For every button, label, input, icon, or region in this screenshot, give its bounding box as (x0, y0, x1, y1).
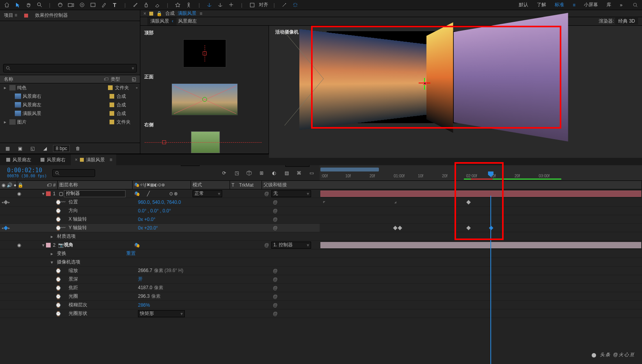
hand-tool-icon[interactable] (24, 1, 33, 9)
property-row[interactable]: ⌚光圈296.3像素@ (0, 292, 320, 301)
magic-tool-icon[interactable] (280, 1, 289, 9)
layer-row[interactable]: ◉ ▾ 2 📷 视角 🎭 @1. 控制器▾ (0, 241, 320, 249)
tl-icon-shy[interactable]: ◳ (232, 169, 241, 177)
property-row[interactable]: ◂▸⌚〰位置960.0, 540.0, 7640.0@ (0, 198, 320, 207)
tl-icon-graph[interactable]: ▤ (282, 169, 291, 177)
property-group-row[interactable]: ▸变换重置 (0, 249, 320, 258)
tab-effect-controls[interactable]: 效果控件控制器 (35, 12, 68, 19)
tl-icon-book[interactable]: ▭ (307, 169, 316, 177)
close-tab-icon[interactable]: × (143, 11, 146, 16)
view-top-thumb[interactable] (183, 39, 226, 67)
tl-icon-brain[interactable]: ⌘ (295, 169, 303, 177)
timeline-tab[interactable]: ×满眼风景≡ (71, 154, 116, 165)
roto-tool-icon[interactable] (173, 1, 182, 9)
pen-tool-icon[interactable] (99, 1, 108, 9)
aperture-shape-dropdown[interactable]: 快矩形▾ (138, 310, 185, 317)
col-name[interactable]: 名称 (4, 76, 104, 83)
adjust-icon[interactable]: ◢ (41, 144, 49, 153)
property-row[interactable]: ⌚光圈形状快矩形▾@ (0, 309, 320, 318)
project-bpc[interactable]: 8 bpc (53, 145, 70, 152)
new-folder-icon[interactable]: ▣ (16, 144, 24, 153)
new-comp-icon[interactable]: ◱ (28, 144, 37, 153)
project-search[interactable]: ▾ (3, 64, 137, 72)
axis-view-icon[interactable] (227, 1, 236, 9)
keyframe-icon[interactable] (393, 200, 397, 204)
search-help-icon[interactable] (631, 1, 640, 9)
keyframe-icon[interactable] (398, 226, 402, 230)
parent-dropdown[interactable]: 1. 控制器▾ (271, 242, 311, 249)
visibility-toggle[interactable]: ◉ (16, 191, 23, 196)
project-item[interactable]: 满眼风景合成 (0, 109, 140, 118)
lock-icon[interactable]: 🔒 (156, 11, 162, 16)
axis-local-icon[interactable] (205, 1, 214, 9)
tl-icon-motionblur[interactable]: ◐ (270, 169, 278, 177)
property-row[interactable]: ⌚缩放2666.7像素 (39.6° H)@ (0, 267, 320, 275)
active-camera-view[interactable]: 活动摄像机 (269, 26, 642, 158)
view-right-thumb[interactable] (191, 131, 220, 153)
blend-mode-dropdown[interactable]: 正常▾ (193, 190, 222, 197)
puppet-tool-icon[interactable] (184, 1, 193, 9)
property-row[interactable]: ⌚焦距4187.0像素@ (0, 284, 320, 292)
snap-icon[interactable] (248, 1, 256, 9)
layer-name-input[interactable] (64, 190, 126, 197)
home-icon[interactable] (2, 1, 11, 9)
project-item[interactable]: 风景廊左合成 (0, 101, 140, 109)
col-layername[interactable]: 图层名称 (58, 181, 133, 189)
interpret-icon[interactable]: ▦ (3, 144, 12, 153)
workspace-learn[interactable]: 了解 (537, 2, 546, 8)
property-row[interactable]: ⌚景深开@ (0, 275, 320, 284)
property-group-row[interactable]: ▾摄像机选项 (0, 258, 320, 267)
parent-dropdown[interactable]: 无▾ (271, 190, 311, 197)
property-row[interactable]: ⌚X 轴旋转0x +0.0°@ (0, 215, 320, 224)
property-row[interactable]: ⌚方向0.0° , 0.0° , 0.0°@ (0, 207, 320, 215)
workspace-overflow-icon[interactable]: » (620, 2, 623, 8)
comp-menu-icon[interactable]: ≡ (200, 11, 202, 16)
zoom-tool-icon[interactable] (35, 1, 44, 9)
trash-icon[interactable]: 🗑 (74, 144, 82, 153)
workspace-small[interactable]: 小屏幕 (584, 2, 598, 8)
col-mode[interactable]: 模式 (191, 181, 230, 189)
crumb-active[interactable]: 满眼风景 ‹ (147, 17, 177, 25)
layer-color[interactable] (46, 243, 51, 247)
workspace-default[interactable]: 默认 (519, 2, 528, 8)
project-item[interactable]: ▸纯色文件夹▫ (0, 83, 140, 92)
property-row[interactable]: ⌚模糊层次286%@ (0, 301, 320, 309)
brush-tool-icon[interactable] (131, 1, 140, 9)
rect-tool-icon[interactable] (88, 1, 97, 9)
col-type[interactable]: 类型 (111, 76, 132, 83)
work-area-bar[interactable] (320, 168, 379, 171)
renderer-value[interactable]: 经典 3D (615, 18, 638, 25)
tl-icon-frameblend[interactable]: ⊞ (257, 169, 266, 177)
workspace-standard[interactable]: 标准 (555, 2, 564, 8)
tab-project[interactable]: 项目 ≡ (4, 12, 17, 19)
property-row[interactable]: ◂▸⌚〰Y 轴旋转0x +20.0°@ (0, 224, 320, 232)
workspace-library[interactable]: 库 (607, 2, 611, 8)
col-parent[interactable]: 父级和链接 (262, 181, 642, 189)
align-label[interactable]: 对齐 (259, 2, 268, 8)
timeline-search[interactable] (52, 165, 99, 180)
timeline-ruler[interactable]: :00f 10f 20f 01:00f 10f 20f 02:00f 10f 2… (320, 165, 642, 180)
orbit-tool-icon[interactable] (56, 1, 64, 9)
timeline-tab[interactable]: 风景廊右 (37, 154, 69, 165)
workspace-menu-icon[interactable]: ≡ (573, 2, 575, 8)
crumb-other[interactable]: 风景廊左 (178, 18, 197, 25)
tl-icon-draft3d-icon[interactable] (245, 169, 253, 177)
visibility-toggle[interactable]: ◉ (16, 242, 23, 248)
eraser-tool-icon[interactable] (153, 1, 161, 9)
layer-bar[interactable] (320, 242, 641, 248)
keyframe-icon[interactable] (393, 226, 397, 230)
property-group-row[interactable]: ▸材质选项 (0, 232, 320, 241)
view-front-thumb[interactable] (172, 83, 238, 115)
project-item[interactable]: ▸图片文件夹 (0, 118, 140, 126)
clone-tool-icon[interactable] (142, 1, 150, 9)
timeline-tab[interactable]: 风景廊左 (2, 154, 35, 165)
timeline-timecode[interactable]: 0:00:02:10 (7, 167, 52, 174)
comp-active-name[interactable]: 满眼风景 (178, 10, 196, 17)
camera-tool-icon[interactable] (67, 1, 75, 9)
text-tool-icon[interactable]: T (110, 1, 119, 9)
keyframe-icon[interactable] (322, 200, 326, 204)
selection-tool-icon[interactable] (13, 1, 22, 9)
tl-icon-comp[interactable]: ⟳ (220, 169, 228, 177)
pan-behind-tool-icon[interactable] (78, 1, 86, 9)
layer-color[interactable] (46, 191, 51, 196)
